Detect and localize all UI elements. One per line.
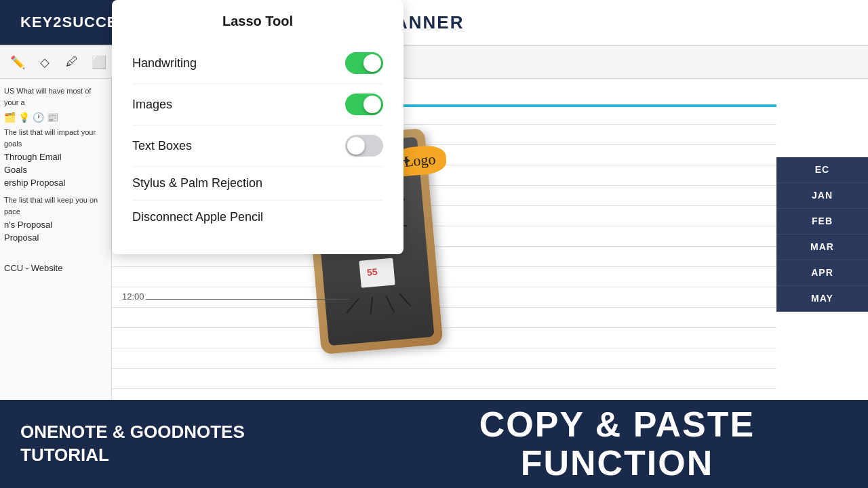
lasso-item-textboxes: Text Boxes [132,125,383,167]
time-line [146,299,349,300]
handwriting-toggle[interactable] [345,52,383,74]
sidebar-item-1: Through Email [4,152,107,162]
lasso-tool-popup: Lasso Tool Handwriting Images Text Boxes… [112,0,403,254]
bottom-right-line1: COPY & PASTE [479,405,755,444]
bottom-left-line2: TUTORIAL [20,445,109,465]
month-jan-label: JAN [812,183,833,207]
lasso-item-stylus: Stylus & Palm Rejection [132,167,383,201]
images-toggle-thumb [363,96,381,113]
month-tab-jan[interactable]: JAN [776,183,868,209]
lasso-item-handwriting: Handwriting [132,43,383,84]
handwriting-toggle-track[interactable] [345,52,383,74]
images-toggle-track[interactable] [345,94,383,115]
bottom-left-text: ONENOTE & GOODNOTES TUTORIAL [20,421,245,467]
month-mar-label: MAR [810,235,834,259]
month-tab-may[interactable]: MAY [776,286,868,312]
svg-line-15 [399,293,411,307]
lasso-item-images: Images [132,84,383,125]
sidebar-top-text: US What will have most of your a [4,85,107,108]
svg-line-14 [386,296,394,313]
textboxes-label: Text Boxes [132,139,192,153]
eraser-icon[interactable]: ⬜ [88,52,110,73]
lasso-item-disconnect: Disconnect Apple Pencil [132,201,383,234]
svg-line-12 [345,298,360,313]
month-tab-mar[interactable]: MAR [776,235,868,260]
bottom-right-line2: FUNCTION [521,443,714,483]
pencil-icon[interactable]: ✏️ [7,52,28,73]
images-label: Images [132,98,172,112]
svg-text:55: 55 [366,266,378,278]
month-ec-label: EC [815,157,829,182]
sidebar-item-4: n's Proposal [4,220,107,230]
month-may-label: MAY [811,286,833,310]
bottom-left-banner: ONENOTE & GOODNOTES TUTORIAL [0,400,366,488]
sidebar-icons: 🗂️ 💡 🕐 📰 [4,112,107,123]
month-tabs: EC JAN FEB MAR APR MAY [776,157,868,312]
textboxes-toggle-track[interactable] [345,135,383,157]
disconnect-label: Disconnect Apple Pencil [132,210,263,224]
month-tab-ec[interactable]: EC [776,157,868,183]
month-tab-feb[interactable]: FEB [776,209,868,235]
stylus-label: Stylus & Palm Rejection [132,176,262,190]
sidebar-goals-text: The list that will impact your goals [4,127,107,149]
sidebar-item-5: Proposal [4,232,107,243]
sidebar-item-2: Goals [4,165,107,175]
svg-line-13 [369,297,374,314]
handwriting-toggle-thumb [363,54,381,72]
month-tab-apr[interactable]: APR [776,260,868,286]
month-feb-label: FEB [812,209,833,233]
textboxes-toggle[interactable] [345,135,383,157]
textboxes-toggle-thumb [347,137,365,155]
sidebar-pace-text: The list that will keep you on pace [4,195,107,217]
lasso-icon[interactable]: ◇ [34,52,56,73]
bottom-right-text: COPY & PASTE FUNCTION [479,405,755,483]
highlighter-icon[interactable]: 🖊 [61,52,83,73]
lasso-title: Lasso Tool [132,14,383,29]
bottom-right-banner: COPY & PASTE FUNCTION [366,400,868,488]
images-toggle[interactable] [345,94,383,115]
sidebar-item-6: CCU - Website [4,263,107,273]
handwriting-label: Handwriting [132,56,197,70]
month-apr-label: APR [811,260,833,285]
bottom-left-line1: ONENOTE & GOODNOTES [20,422,245,442]
sidebar: US What will have most of your a 🗂️ 💡 🕐 … [0,79,112,400]
time-indicator: 12:00 [122,291,144,302]
sidebar-item-3: ership Proposal [4,178,107,188]
